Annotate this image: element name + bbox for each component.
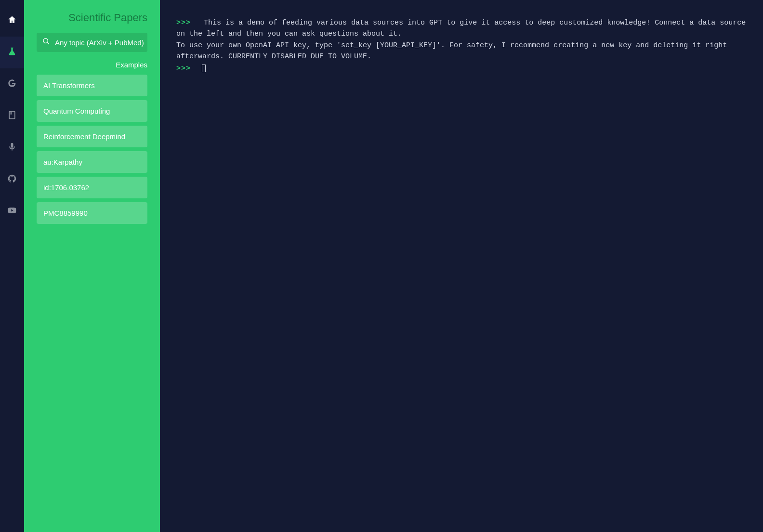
github-icon xyxy=(7,174,17,185)
rail-home[interactable] xyxy=(0,5,24,37)
intro-text: This is a demo of feeding various data s… xyxy=(176,19,750,61)
home-icon xyxy=(7,15,17,26)
rail-book[interactable] xyxy=(0,100,24,132)
console-intro-line: >>> This is a demo of feeding various da… xyxy=(176,17,747,62)
rail-github[interactable] xyxy=(0,164,24,195)
google-icon xyxy=(7,78,17,90)
example-chip[interactable]: Quantum Computing xyxy=(37,100,147,122)
example-chip[interactable]: au:Karpathy xyxy=(37,151,147,173)
rail-podcast[interactable] xyxy=(0,132,24,164)
rail-google[interactable] xyxy=(0,68,24,100)
search-field[interactable] xyxy=(37,33,147,52)
youtube-icon xyxy=(7,206,17,217)
sidebar: Scientific Papers Examples AI Transforme… xyxy=(24,0,160,532)
book-icon xyxy=(7,110,17,122)
flask-icon xyxy=(7,47,17,58)
prompt-marker: >>> xyxy=(176,65,191,73)
sidebar-title: Scientific Papers xyxy=(37,12,147,24)
icon-rail xyxy=(0,0,24,532)
example-chip[interactable]: Reinforcement Deepmind xyxy=(37,126,147,147)
console-input-line[interactable]: >>> xyxy=(176,63,747,74)
search-icon xyxy=(42,38,50,47)
example-chip[interactable]: id:1706.03762 xyxy=(37,177,147,198)
rail-youtube[interactable] xyxy=(0,195,24,227)
console[interactable]: >>> This is a demo of feeding various da… xyxy=(160,0,763,532)
search-input[interactable] xyxy=(55,39,146,47)
example-chip[interactable]: PMC8859990 xyxy=(37,202,147,224)
rail-papers[interactable] xyxy=(0,37,24,68)
examples-label: Examples xyxy=(37,61,147,69)
cursor-icon xyxy=(202,65,206,72)
prompt-marker: >>> xyxy=(176,19,191,27)
mic-icon xyxy=(7,142,17,154)
example-chip[interactable]: AI Transformers xyxy=(37,75,147,96)
